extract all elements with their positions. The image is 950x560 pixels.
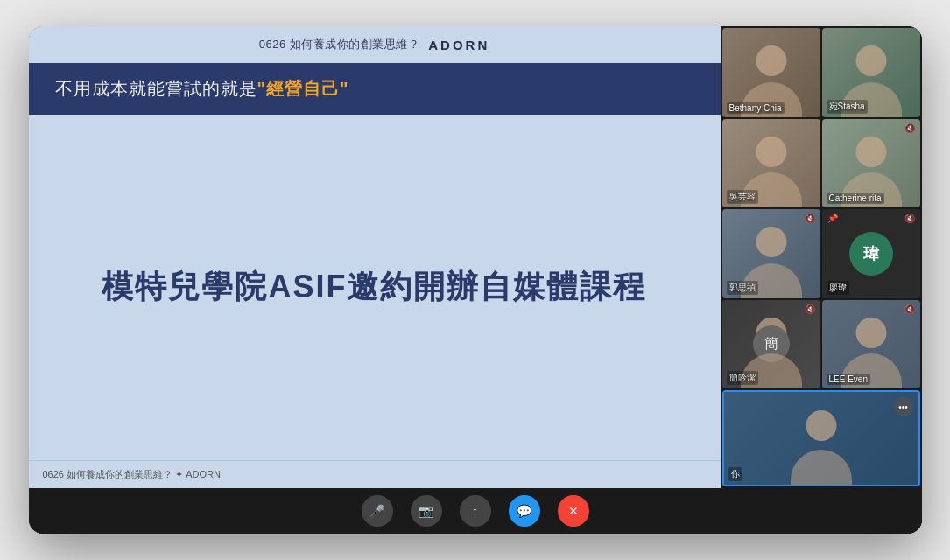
mic-button[interactable]: 🎤 bbox=[362, 495, 393, 527]
avatar-liao: 瑋 bbox=[849, 232, 893, 276]
more-options-btn[interactable]: ••• bbox=[894, 397, 913, 416]
participant-tile-catherine: 🔇 Catherine rita bbox=[822, 119, 920, 208]
participant-name-catherine: Catherine rita bbox=[827, 192, 884, 204]
slide-top-bar: 0626 如何養成你的創業思維？ ADORN bbox=[29, 26, 721, 63]
participant-name-stasha: 宛Stasha bbox=[827, 100, 868, 114]
slide-bottom-caption: 0626 如何養成你的創業思維？ ✦ ADORN bbox=[29, 460, 721, 488]
mute-icon-lee: 🔇 bbox=[904, 304, 915, 314]
mute-icon-jian: 🔇 bbox=[805, 304, 815, 314]
participant-tile-liao: 📌 🔇 瑋 廖瑋 bbox=[822, 209, 920, 298]
chat-icon: 💬 bbox=[517, 504, 531, 518]
main-presentation: 0626 如何養成你的創業思維？ ADORN 不用成本就能嘗試的就是"經營自己"… bbox=[29, 26, 721, 488]
zoom-window: 0626 如何養成你的創業思維？ ADORN 不用成本就能嘗試的就是"經營自己"… bbox=[29, 26, 922, 534]
participant-tile-wu: 吳芸容 bbox=[722, 119, 820, 208]
participant-name-bethany: Bethany Chia bbox=[727, 102, 785, 114]
participant-name-wu: 吳芸容 bbox=[727, 190, 758, 204]
middle-text-highlight: "經營自己" bbox=[257, 79, 349, 98]
share-button[interactable]: ↑ bbox=[460, 495, 491, 527]
participant-name-jian: 簡吟潔 bbox=[727, 371, 758, 385]
end-icon: ✕ bbox=[568, 504, 579, 518]
pin-icon-liao: 📌 bbox=[827, 214, 838, 223]
participant-name-guo: 郭思禎 bbox=[727, 281, 758, 295]
participant-tile-stasha: 宛Stasha bbox=[822, 28, 920, 117]
participant-name-lee: LEE Even bbox=[827, 374, 870, 385]
video-button[interactable]: 📷 bbox=[411, 495, 442, 527]
slide-middle-text: 不用成本就能嘗試的就是"經營自己" bbox=[55, 77, 349, 101]
mute-icon-guo: 🔇 bbox=[805, 214, 815, 223]
slide-main-content: 模特兒學院ASIF邀約開辦自媒體課程 bbox=[29, 115, 721, 460]
mic-icon: 🎤 bbox=[369, 504, 384, 518]
participant-tile-guo: 🔇 郭思禎 bbox=[722, 209, 820, 298]
content-area: 0626 如何養成你的創業思維？ ADORN 不用成本就能嘗試的就是"經營自己"… bbox=[29, 26, 922, 488]
participant-tile-lee: 🔇 LEE Even bbox=[822, 300, 920, 389]
participants-sidebar: Bethany Chia 宛Stasha 吳芸容 🔇 Catherine rit… bbox=[721, 26, 922, 488]
mute-icon-catherine: 🔇 bbox=[904, 123, 915, 133]
participant-tile-you: ••• 你 bbox=[722, 390, 920, 486]
participant-name-liao: 廖瑋 bbox=[827, 281, 849, 295]
end-call-button[interactable]: ✕ bbox=[558, 495, 589, 527]
share-icon: ↑ bbox=[472, 504, 478, 518]
slide-brand: ADORN bbox=[428, 38, 489, 52]
camera-you bbox=[724, 392, 918, 485]
participant-name-you: 你 bbox=[728, 467, 742, 481]
middle-text-before: 不用成本就能嘗試的就是 bbox=[55, 79, 257, 98]
participant-tile-jian: 簡 🔇 簡吟潔 bbox=[722, 300, 820, 389]
toolbar: 🎤 📷 ↑ 💬 ✕ bbox=[29, 488, 922, 534]
slide-top-text: 0626 如何養成你的創業思維？ bbox=[259, 37, 420, 52]
video-icon: 📷 bbox=[419, 504, 433, 518]
slide-middle-banner: 不用成本就能嘗試的就是"經營自己" bbox=[29, 63, 721, 115]
chat-button[interactable]: 💬 bbox=[509, 495, 540, 527]
mute-icon-liao: 🔇 bbox=[904, 214, 915, 223]
slide-main-title: 模特兒學院ASIF邀約開辦自媒體課程 bbox=[102, 266, 646, 309]
participant-tile-bethany: Bethany Chia bbox=[722, 28, 820, 117]
